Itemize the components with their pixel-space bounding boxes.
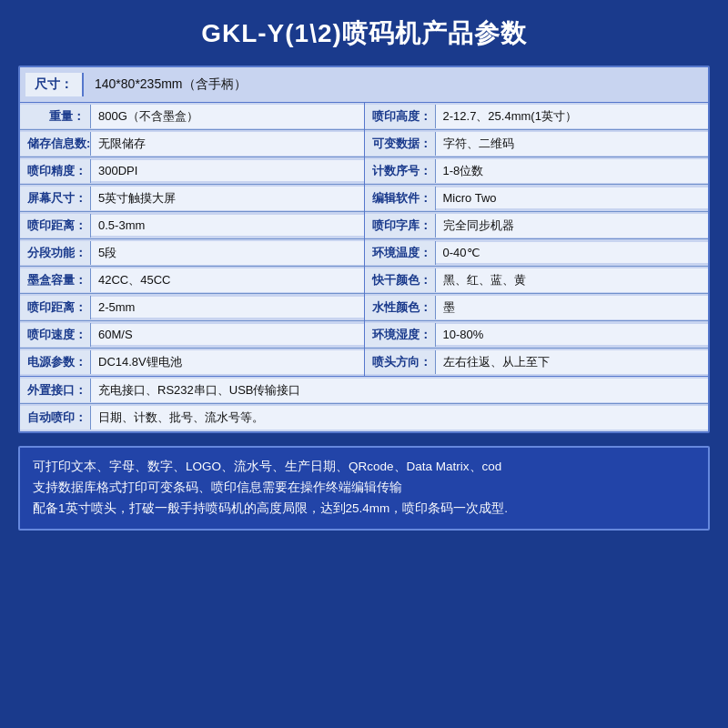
right-param-row: 喷印字库： 完全同步机器 — [365, 212, 709, 239]
right-param-row: 编辑软件： Micro Two — [365, 185, 709, 212]
left-param-row: 电源参数： DC14.8V锂电池 — [20, 349, 364, 376]
param-label: 喷印距离： — [20, 214, 91, 238]
param-value: 5段 — [91, 241, 364, 265]
param-label: 环境湿度： — [365, 323, 436, 347]
param-value: 800G（不含墨盒） — [91, 105, 364, 128]
left-param-row: 墨盒容量： 42CC、45CC — [20, 267, 364, 294]
param-value: 完全同步机器 — [436, 214, 709, 238]
param-label: 环境温度： — [365, 241, 436, 265]
left-param-row: 喷印精度： 300DPI — [20, 157, 364, 185]
page-title: GKL-Y(1\2)喷码机产品参数 — [201, 16, 527, 51]
param-label: 分段功能： — [20, 241, 91, 265]
param-value: 0-40℃ — [436, 242, 709, 263]
param-label: 喷印速度： — [20, 323, 91, 347]
param-label: 喷印高度： — [365, 105, 436, 128]
feature-line: 支持数据库格式打印可变条码、喷印信息需要在操作终端编辑传输 — [33, 478, 695, 499]
left-param-row: 喷印速度： 60M/S — [20, 321, 364, 349]
param-label: 喷印精度： — [20, 159, 91, 183]
param-label: 墨盒容量： — [20, 268, 91, 292]
param-label: 可变数据： — [365, 132, 436, 156]
param-value: 60M/S — [91, 324, 364, 345]
param-label: 计数序号： — [365, 159, 436, 183]
feature-box: 可打印文本、字母、数字、LOGO、流水号、生产日期、QRcode、Data Ma… — [18, 446, 710, 531]
size-row: 尺寸： 140*80*235mm（含手柄） — [20, 67, 708, 103]
ext-value: 充电接口、RS232串口、USB传输接口 — [91, 379, 708, 402]
params-grid: 重量： 800G（不含墨盒） 储存信息数: 无限储存 喷印精度： 300DPI … — [20, 103, 708, 377]
param-value: DC14.8V锂电池 — [91, 350, 364, 374]
param-value: 0.5-3mm — [91, 215, 364, 236]
right-param-row: 计数序号： 1-8位数 — [365, 157, 709, 185]
param-value: 字符、二维码 — [436, 132, 709, 156]
left-param-row: 屏幕尺寸： 5英寸触摸大屏 — [20, 185, 364, 212]
right-param-row: 水性颜色： 墨 — [365, 294, 709, 321]
param-value: 左右往返、从上至下 — [436, 350, 709, 374]
param-value: 2-12.7、25.4mm(1英寸） — [436, 105, 709, 128]
left-param-row: 储存信息数: 无限储存 — [20, 130, 364, 157]
param-label: 屏幕尺寸： — [20, 187, 91, 210]
param-label: 电源参数： — [20, 350, 91, 374]
feature-line: 可打印文本、字母、数字、LOGO、流水号、生产日期、QRcode、Data Ma… — [33, 457, 695, 478]
left-param-row: 重量： 800G（不含墨盒） — [20, 103, 364, 130]
param-label: 重量： — [20, 105, 91, 128]
param-label: 喷印距离： — [20, 296, 91, 319]
right-param-row: 快干颜色： 黑、红、蓝、黄 — [365, 267, 709, 294]
param-label: 快干颜色： — [365, 268, 436, 292]
param-value: 300DPI — [91, 160, 364, 181]
right-param-row: 环境湿度： 10-80% — [365, 321, 709, 349]
right-param-row: 环境温度： 0-40℃ — [365, 239, 709, 267]
param-value: Micro Two — [436, 187, 709, 208]
param-label: 编辑软件： — [365, 187, 436, 210]
param-value: 10-80% — [436, 324, 709, 345]
ext-label: 自动喷印： — [20, 406, 91, 430]
feature-line: 配备1英寸喷头，打破一般手持喷码机的高度局限，达到25.4mm，喷印条码一次成型… — [33, 499, 695, 520]
right-param-row: 喷头方向： 左右往返、从上至下 — [365, 349, 709, 376]
ext-label: 外置接口： — [20, 379, 91, 402]
param-value: 2-5mm — [91, 297, 364, 318]
right-param-row: 可变数据： 字符、二维码 — [365, 130, 709, 157]
bottom-rows: 外置接口： 充电接口、RS232串口、USB传输接口 自动喷印： 日期、计数、批… — [20, 377, 708, 431]
param-label: 水性颜色： — [365, 296, 436, 319]
left-param-row: 喷印距离： 2-5mm — [20, 294, 364, 321]
param-value: 42CC、45CC — [91, 268, 364, 292]
param-label: 喷头方向： — [365, 350, 436, 374]
param-value: 黑、红、蓝、黄 — [436, 268, 709, 292]
param-value: 5英寸触摸大屏 — [91, 187, 364, 210]
size-label: 尺寸： — [25, 73, 84, 96]
size-value: 140*80*235mm（含手柄） — [95, 76, 247, 93]
main-table: 尺寸： 140*80*235mm（含手柄） 重量： 800G（不含墨盒） 储存信… — [18, 66, 710, 433]
left-param-row: 分段功能： 5段 — [20, 239, 364, 267]
param-value: 无限储存 — [91, 132, 364, 156]
param-label: 储存信息数: — [20, 132, 91, 156]
right-param-row: 喷印高度： 2-12.7、25.4mm(1英寸） — [365, 103, 709, 130]
ext-value: 日期、计数、批号、流水号等。 — [91, 406, 708, 430]
ext-param-row: 外置接口： 充电接口、RS232串口、USB传输接口 — [20, 377, 708, 404]
left-param-row: 喷印距离： 0.5-3mm — [20, 212, 364, 239]
param-value: 墨 — [436, 296, 709, 319]
param-value: 1-8位数 — [436, 159, 709, 183]
left-col: 重量： 800G（不含墨盒） 储存信息数: 无限储存 喷印精度： 300DPI … — [20, 103, 365, 376]
param-label: 喷印字库： — [365, 214, 436, 238]
right-col: 喷印高度： 2-12.7、25.4mm(1英寸） 可变数据： 字符、二维码 计数… — [365, 103, 709, 376]
ext-param-row: 自动喷印： 日期、计数、批号、流水号等。 — [20, 404, 708, 431]
